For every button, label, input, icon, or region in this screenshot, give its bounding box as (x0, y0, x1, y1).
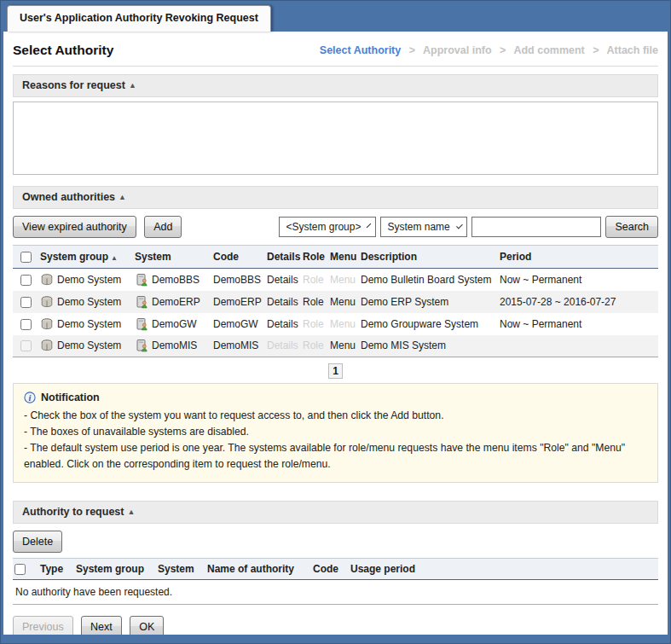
description-cell: Demo Groupware System (359, 313, 498, 335)
section-reasons-for-request-header[interactable]: Reasons for request▲ (13, 74, 658, 97)
system-group-label: Demo System (57, 296, 121, 308)
column-header-usage-period: Usage period (349, 558, 658, 579)
menu-link[interactable]: Menu (330, 296, 356, 308)
table-row: Demo System DemoBBS DemoBBS Details Role… (13, 269, 658, 291)
add-button[interactable]: Add (144, 216, 182, 238)
code-cell: DemoMIS (211, 335, 265, 357)
breadcrumb: Select Authority > Approval info > Add c… (320, 44, 658, 56)
content-area: Select Authority Select Authority > Appr… (3, 32, 668, 635)
system-group-select[interactable]: <System group> (279, 217, 376, 237)
tab-title: User's Application Authority Revoking Re… (20, 12, 258, 24)
role-link[interactable]: Role (303, 296, 324, 308)
select-all-checkbox[interactable] (14, 564, 26, 575)
section-title: Reasons for request (22, 79, 125, 91)
role-link: Role (303, 274, 324, 286)
notification-line: - Check the box of the system you want t… (24, 408, 647, 424)
system-group-icon (40, 273, 54, 287)
row-checkbox[interactable] (20, 297, 32, 308)
section-owned-authorities-header[interactable]: Owned authorities▲ (13, 186, 658, 209)
period-cell: Now ~ Permanent (498, 269, 658, 291)
system-name-select[interactable]: System name (380, 217, 467, 237)
column-header-name-of-authority: Name of authority (205, 558, 311, 579)
menu-link[interactable]: Menu (330, 339, 356, 351)
system-icon (135, 317, 148, 331)
period-cell: Now ~ Permanent (498, 313, 658, 335)
system-group-icon (40, 295, 54, 309)
column-header-period: Period (498, 246, 658, 269)
system-group-select-value: <System group> (286, 221, 361, 233)
page-title: Select Authority (13, 43, 113, 58)
tab-authority-revoking-request[interactable]: User's Application Authority Revoking Re… (7, 5, 271, 32)
column-header-code: Code (311, 558, 349, 579)
ok-button[interactable]: OK (130, 616, 164, 635)
next-button[interactable]: Next (81, 616, 122, 635)
system-name-select-value: System name (387, 221, 449, 233)
table-row: Demo System DemoERP DemoERP Details Role… (13, 291, 658, 313)
reasons-textarea[interactable] (13, 102, 658, 175)
system-icon (135, 273, 148, 287)
notification-line: - The boxes of unavailable systems are d… (24, 424, 647, 440)
row-checkbox[interactable] (20, 275, 32, 286)
footer-actions: Previous Next OK (13, 616, 658, 635)
breadcrumb-separator: > (409, 44, 415, 56)
details-link[interactable]: Details (267, 274, 298, 286)
page-number-button[interactable]: 1 (328, 363, 343, 379)
select-all-checkbox[interactable] (20, 252, 32, 263)
details-link[interactable]: Details (267, 318, 298, 330)
empty-message: No authority have been requested. (13, 579, 658, 604)
view-expired-authority-button[interactable]: View expired authority (13, 216, 136, 238)
system-label: DemoBBS (152, 274, 200, 286)
breadcrumb-separator: > (500, 44, 506, 56)
column-header-type: Type (38, 558, 74, 579)
code-cell: DemoBBS (211, 269, 265, 291)
section-title: Owned authorities (22, 191, 115, 203)
search-input[interactable] (471, 217, 601, 237)
menu-link: Menu (330, 274, 356, 286)
system-group-label: Demo System (57, 339, 121, 351)
period-cell: 2015-07-28 ~ 2016-07-27 (498, 291, 658, 313)
description-cell: Demo MIS System (359, 335, 498, 357)
breadcrumb-step-approval-info: Approval info (423, 44, 492, 56)
section-authority-to-request-header[interactable]: Authority to request▲ (13, 501, 658, 524)
role-link: Role (303, 318, 324, 330)
system-label: DemoERP (152, 296, 200, 308)
system-icon (135, 339, 148, 352)
description-cell: Demo ERP System (359, 291, 498, 313)
system-group-icon (40, 317, 54, 331)
system-group-icon (40, 339, 54, 352)
details-link: Details (267, 339, 298, 351)
chevron-down-icon (456, 223, 463, 229)
collapse-icon: ▲ (119, 193, 126, 201)
breadcrumb-separator: > (593, 44, 599, 56)
description-cell: Demo Bulletin Board System (359, 269, 498, 291)
previous-button: Previous (13, 616, 73, 635)
delete-button[interactable]: Delete (13, 531, 62, 553)
system-label: DemoGW (152, 318, 197, 330)
column-header-system-group[interactable]: System group▲ (38, 246, 133, 269)
owned-authorities-table: System group▲ System Code Details Role M… (13, 245, 658, 357)
details-link[interactable]: Details (267, 296, 298, 308)
pagination: 1 (13, 363, 658, 379)
notification-title: Notification (41, 392, 100, 403)
column-header-code[interactable]: Code (211, 246, 265, 269)
search-button[interactable]: Search (605, 216, 658, 238)
column-header-system-group: System group (74, 558, 156, 579)
tab-bar: User's Application Authority Revoking Re… (1, 1, 670, 32)
column-header-description: Description (359, 246, 498, 269)
breadcrumb-step-attach-file: Attach file (607, 44, 658, 56)
row-checkbox[interactable] (20, 319, 32, 330)
code-cell: DemoERP (211, 291, 265, 313)
row-checkbox (20, 340, 32, 351)
section-title: Authority to request (22, 506, 124, 518)
sort-asc-icon: ▲ (111, 254, 118, 262)
column-header-role: Role (301, 246, 328, 269)
info-icon: i (24, 392, 36, 403)
notification-box: i Notification - Check the box of the sy… (13, 383, 658, 483)
chevron-down-icon (367, 223, 372, 229)
breadcrumb-step-select-authority[interactable]: Select Authority (320, 44, 401, 56)
table-row: Demo System DemoMIS DemoMIS Details Role… (13, 335, 658, 357)
column-header-system[interactable]: System (133, 246, 211, 269)
header-divider (13, 66, 658, 67)
svg-text:i: i (29, 393, 32, 403)
column-header-details: Details (265, 246, 301, 269)
